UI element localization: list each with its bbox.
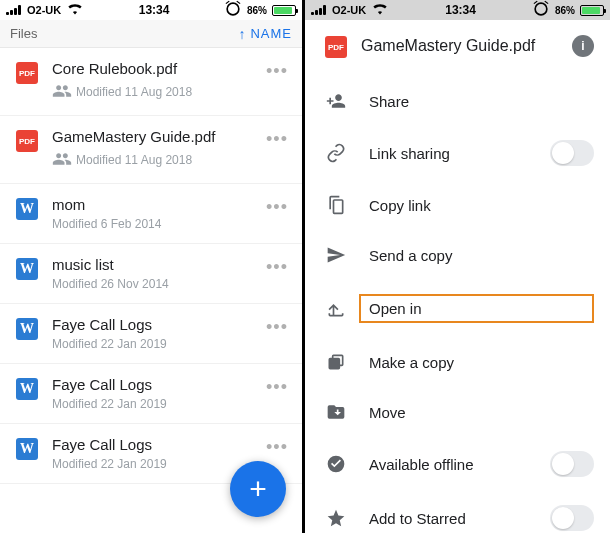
status-bar: O2-UK 13:34 86% <box>0 0 302 20</box>
option-star[interactable]: Add to Starred <box>305 491 610 533</box>
file-subtitle: Modified 22 Jan 2019 <box>52 457 250 471</box>
wifi-icon <box>370 0 390 22</box>
file-options: Share Link sharing Copy link Send a copy… <box>305 76 610 533</box>
offline-icon <box>325 453 347 475</box>
more-button[interactable]: ••• <box>264 316 290 338</box>
open-in-icon <box>325 298 347 320</box>
word-icon: W <box>16 378 38 400</box>
copy-icon <box>325 194 347 216</box>
word-icon: W <box>16 198 38 220</box>
file-row[interactable]: PDF GameMastery Guide.pdf Modified 11 Au… <box>0 116 302 184</box>
plus-icon: + <box>249 472 267 506</box>
option-label: Open in <box>359 294 594 323</box>
battery-icon <box>272 5 296 16</box>
file-subtitle: Modified 26 Nov 2014 <box>52 277 250 291</box>
alarm-icon <box>531 0 551 22</box>
option-label: Share <box>369 93 594 110</box>
file-name: GameMastery Guide.pdf <box>52 128 250 146</box>
file-subtitle: Modified 22 Jan 2019 <box>52 397 250 411</box>
file-meta: mom Modified 6 Feb 2014 <box>52 196 250 231</box>
option-label: Send a copy <box>369 247 594 264</box>
file-subtitle: Modified 6 Feb 2014 <box>52 217 250 231</box>
file-subtitle: Modified 11 Aug 2018 <box>52 149 250 171</box>
file-meta: Faye Call Logs Modified 22 Jan 2019 <box>52 436 250 471</box>
file-meta: Faye Call Logs Modified 22 Jan 2019 <box>52 316 250 351</box>
option-label: Add to Starred <box>369 510 528 527</box>
file-name: music list <box>52 256 250 274</box>
new-button[interactable]: + <box>230 461 286 517</box>
file-meta: music list Modified 26 Nov 2014 <box>52 256 250 291</box>
cell-signal-icon <box>6 5 23 15</box>
pdf-icon: PDF <box>16 130 38 152</box>
battery-percent: 86% <box>247 5 267 16</box>
pdf-icon: PDF <box>325 36 347 58</box>
word-icon: W <box>16 318 38 340</box>
option-copy[interactable]: Copy link <box>305 180 610 230</box>
file-row[interactable]: W Faye Call Logs Modified 22 Jan 2019 ••… <box>0 364 302 424</box>
file-name: mom <box>52 196 250 214</box>
status-bar: O2-UK 13:34 86% <box>305 0 610 20</box>
carrier-label: O2-UK <box>332 4 366 16</box>
file-list-screen: O2-UK 13:34 86% Files ↑ NAME PDF C <box>0 0 302 533</box>
pdf-icon: PDF <box>16 62 38 84</box>
sheet-title: GameMastery Guide.pdf <box>361 36 558 55</box>
option-move[interactable]: Move <box>305 387 610 437</box>
option-send[interactable]: Send a copy <box>305 230 610 280</box>
toggle-switch[interactable] <box>550 140 594 166</box>
option-label: Make a copy <box>369 354 594 371</box>
battery-icon <box>580 5 604 16</box>
star-icon <box>325 507 347 529</box>
shared-icon <box>52 81 72 103</box>
link-icon <box>325 142 347 164</box>
more-button[interactable]: ••• <box>264 376 290 398</box>
option-link[interactable]: Link sharing <box>305 126 610 180</box>
word-icon: W <box>16 258 38 280</box>
alarm-icon <box>223 0 243 22</box>
file-name: Faye Call Logs <box>52 316 250 334</box>
sheet-header: PDF GameMastery Guide.pdf i <box>305 20 610 76</box>
toggle-switch[interactable] <box>550 505 594 531</box>
status-time: 13:34 <box>445 3 476 17</box>
option-label: Copy link <box>369 197 594 214</box>
file-meta: GameMastery Guide.pdf Modified 11 Aug 20… <box>52 128 250 171</box>
option-open-in[interactable]: Open in <box>305 280 610 337</box>
file-row[interactable]: W mom Modified 6 Feb 2014 ••• <box>0 184 302 244</box>
word-icon: W <box>16 438 38 460</box>
header-title: Files <box>10 26 37 41</box>
file-subtitle: Modified 11 Aug 2018 <box>52 81 250 103</box>
file-actions-screen: O2-UK 13:34 86% PDF GameMastery Guide.pd… <box>305 0 610 533</box>
file-meta: Core Rulebook.pdf Modified 11 Aug 2018 <box>52 60 250 103</box>
option-duplicate[interactable]: Make a copy <box>305 337 610 387</box>
more-button[interactable]: ••• <box>264 196 290 218</box>
file-name: Core Rulebook.pdf <box>52 60 250 78</box>
sort-button[interactable]: ↑ NAME <box>238 26 292 42</box>
wifi-icon <box>65 0 85 22</box>
file-row[interactable]: W music list Modified 26 Nov 2014 ••• <box>0 244 302 304</box>
status-time: 13:34 <box>139 3 170 17</box>
cell-signal-icon <box>311 5 328 15</box>
arrow-up-icon: ↑ <box>238 26 246 42</box>
toggle-switch[interactable] <box>550 451 594 477</box>
file-row[interactable]: W Faye Call Logs Modified 22 Jan 2019 ••… <box>0 304 302 364</box>
file-meta: Faye Call Logs Modified 22 Jan 2019 <box>52 376 250 411</box>
file-subtitle: Modified 22 Jan 2019 <box>52 337 250 351</box>
option-offline[interactable]: Available offline <box>305 437 610 491</box>
file-name: Faye Call Logs <box>52 376 250 394</box>
option-person-add[interactable]: Share <box>305 76 610 126</box>
duplicate-icon <box>325 351 347 373</box>
file-list: PDF Core Rulebook.pdf Modified 11 Aug 20… <box>0 48 302 484</box>
file-name: Faye Call Logs <box>52 436 250 454</box>
more-button[interactable]: ••• <box>264 256 290 278</box>
move-icon <box>325 401 347 423</box>
option-label: Available offline <box>369 456 528 473</box>
battery-percent: 86% <box>555 5 575 16</box>
option-label: Link sharing <box>369 145 528 162</box>
list-header: Files ↑ NAME <box>0 20 302 48</box>
file-row[interactable]: PDF Core Rulebook.pdf Modified 11 Aug 20… <box>0 48 302 116</box>
more-button[interactable]: ••• <box>264 60 290 82</box>
more-button[interactable]: ••• <box>264 436 290 458</box>
person-add-icon <box>325 90 347 112</box>
more-button[interactable]: ••• <box>264 128 290 150</box>
info-button[interactable]: i <box>572 35 594 57</box>
option-label: Move <box>369 404 594 421</box>
